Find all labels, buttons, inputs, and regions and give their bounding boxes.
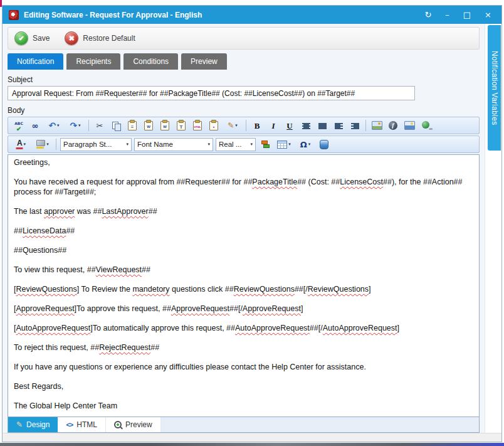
editor-mode-strip: ✎Design<>HTMLPreview bbox=[8, 417, 480, 433]
body-paragraph: ##LicenseData## bbox=[14, 226, 473, 236]
tab-label: Conditions bbox=[133, 57, 169, 66]
refresh-icon: ↻ bbox=[424, 10, 431, 19]
paste-from-word-clean-button[interactable]: W bbox=[157, 119, 172, 132]
spellcheck-icon: ABC bbox=[14, 122, 23, 125]
desktop-edge-artifact bbox=[0, 443, 504, 446]
justify-button[interactable] bbox=[315, 119, 330, 132]
save-label: Save bbox=[33, 34, 50, 43]
body-paragraph: If you have any questions or experience … bbox=[14, 362, 473, 372]
mode-tab-design[interactable]: ✎Design bbox=[8, 417, 58, 432]
subject-input[interactable] bbox=[8, 86, 415, 100]
find-button[interactable]: ∞ bbox=[28, 119, 43, 132]
paragraph-style-select[interactable]: Paragraph St...▾ bbox=[60, 138, 132, 151]
app-icon bbox=[9, 10, 19, 20]
align-center-button[interactable] bbox=[298, 119, 313, 132]
chevron-down-icon: ▾ bbox=[126, 142, 129, 147]
misspelled-word: PackageTitle bbox=[252, 178, 297, 186]
restore-x-icon: ✖ bbox=[65, 31, 78, 45]
paste-from-word-clean-icon-detail: W bbox=[163, 125, 167, 129]
misspelled-word: ReviewQuestions bbox=[308, 285, 369, 294]
redo-icon: ↷ bbox=[70, 121, 77, 130]
subject-label: Subject bbox=[8, 75, 480, 84]
body-paragraph: [AutoApproveRequest]To automatically app… bbox=[14, 323, 473, 333]
tab-conditions[interactable]: Conditions bbox=[123, 53, 178, 70]
chevron-down-icon: ▾ bbox=[78, 123, 81, 128]
highlight-color-button[interactable]: ▾ bbox=[33, 137, 53, 151]
format-stripper-icon: ✎ bbox=[228, 122, 234, 129]
spellcheck-icon-detail: ✔ bbox=[16, 125, 21, 132]
undo-button[interactable]: ↶▾ bbox=[44, 119, 64, 132]
paste-html-button[interactable]: ▪ bbox=[206, 119, 221, 132]
window-body: ✔ Save ✖ Restore Default NotificationRec… bbox=[3, 24, 501, 433]
underline-button[interactable]: U bbox=[282, 119, 297, 132]
tab-label: Recipients bbox=[76, 57, 111, 66]
paste-plain-text-button[interactable]: T bbox=[174, 119, 189, 132]
screen: Editing Software - Request For Approval … bbox=[0, 0, 504, 446]
minimize-icon: – bbox=[445, 10, 449, 19]
cut-button[interactable]: ✂ bbox=[92, 119, 107, 132]
redo-button[interactable]: ↷▾ bbox=[65, 119, 85, 132]
minimize-button[interactable]: – bbox=[445, 11, 449, 19]
bold-button[interactable]: B bbox=[249, 119, 265, 132]
insert-module-button[interactable] bbox=[317, 137, 332, 151]
insert-snippet-button[interactable] bbox=[258, 137, 273, 151]
font-size-select[interactable]: Real ...▾ bbox=[216, 138, 256, 151]
save-button[interactable]: ✔ Save bbox=[14, 31, 50, 45]
chevron-down-icon: ▾ bbox=[46, 142, 49, 147]
flash-manager-button[interactable]: f bbox=[386, 119, 401, 132]
chevron-down-icon: ▾ bbox=[288, 142, 291, 147]
font-color-button[interactable]: A▾ bbox=[11, 137, 31, 151]
save-check-icon: ✔ bbox=[14, 31, 28, 45]
pencil-icon: ✎ bbox=[16, 421, 23, 428]
align-center-icon bbox=[302, 122, 310, 129]
maximize-icon: □ bbox=[463, 10, 471, 19]
misspelled-word: mandetory bbox=[132, 285, 169, 294]
mode-tab-html[interactable]: <>HTML bbox=[58, 417, 106, 432]
italic-button[interactable]: I bbox=[266, 119, 281, 132]
align-right-icon bbox=[351, 122, 359, 129]
align-right-button[interactable] bbox=[347, 119, 362, 132]
image-manager-icon bbox=[372, 121, 382, 130]
paste-as-html-button[interactable]: HTML bbox=[190, 119, 205, 132]
hyperlink-manager-button[interactable]: ∞ bbox=[418, 119, 433, 132]
toolbar-separator bbox=[246, 120, 246, 131]
editor-body[interactable]: Greetings,You have received a request fo… bbox=[8, 154, 480, 417]
tab-recipients[interactable]: Recipients bbox=[66, 53, 120, 70]
spellcheck-button[interactable]: ABC✔ bbox=[11, 119, 26, 132]
chevron-down-icon: ▾ bbox=[207, 142, 210, 147]
chevron-down-icon: ▾ bbox=[235, 123, 238, 128]
insert-table-button[interactable]: ▾ bbox=[274, 137, 294, 151]
misspelled-word: LicenseCost bbox=[340, 178, 383, 186]
tab-preview[interactable]: Preview bbox=[181, 53, 227, 70]
editing-software-window: Editing Software - Request For Approval … bbox=[2, 5, 502, 442]
code-icon: <> bbox=[66, 422, 73, 428]
restore-default-button[interactable]: ✖ Restore Default bbox=[65, 31, 135, 45]
body-paragraph: Best Regards, bbox=[14, 381, 473, 391]
font-name-select[interactable]: Font Name▾ bbox=[134, 138, 213, 151]
paste-button[interactable]: ≡ bbox=[125, 119, 140, 132]
refresh-button[interactable]: ↻ bbox=[424, 11, 431, 19]
align-left-button[interactable] bbox=[331, 119, 346, 132]
find-icon: ∞ bbox=[32, 122, 39, 130]
body-paragraph: To reject this request, ##RejectRequest#… bbox=[14, 342, 473, 353]
chevron-down-icon: ▾ bbox=[308, 142, 311, 147]
misspelled-word: ApproveRequest bbox=[16, 304, 74, 313]
image-manager-button[interactable] bbox=[369, 119, 384, 132]
rich-text-editor: ABC✔∞↶▾↷▾✂≡WWTHTML▪✎▾BIUf∞ A▾▾Paragraph … bbox=[8, 117, 480, 433]
maximize-button[interactable]: □ bbox=[463, 11, 471, 19]
hyperlink-manager-icon bbox=[422, 121, 429, 129]
paste-from-word-button[interactable]: W bbox=[141, 119, 156, 132]
insert-symbol-button[interactable]: Ω▾ bbox=[295, 137, 315, 151]
copy-button[interactable] bbox=[108, 119, 123, 132]
mode-tab-preview[interactable]: Preview bbox=[106, 417, 161, 432]
image-editor-button[interactable] bbox=[402, 119, 417, 132]
window-footer bbox=[3, 433, 501, 442]
tab-notification[interactable]: Notification bbox=[8, 53, 63, 70]
body-paragraph: The last approver was ##LastApprover## bbox=[14, 206, 473, 216]
mode-tab-label: Preview bbox=[125, 420, 152, 429]
notification-variables-tab[interactable]: Notification Variables bbox=[488, 25, 501, 151]
paragraph-style-select-value: Paragraph St... bbox=[63, 141, 112, 148]
format-stripper-button[interactable]: ✎▾ bbox=[223, 119, 243, 132]
close-button[interactable]: × bbox=[485, 11, 491, 19]
body-paragraph: [ApproveRequest]To approve this request,… bbox=[14, 304, 473, 314]
